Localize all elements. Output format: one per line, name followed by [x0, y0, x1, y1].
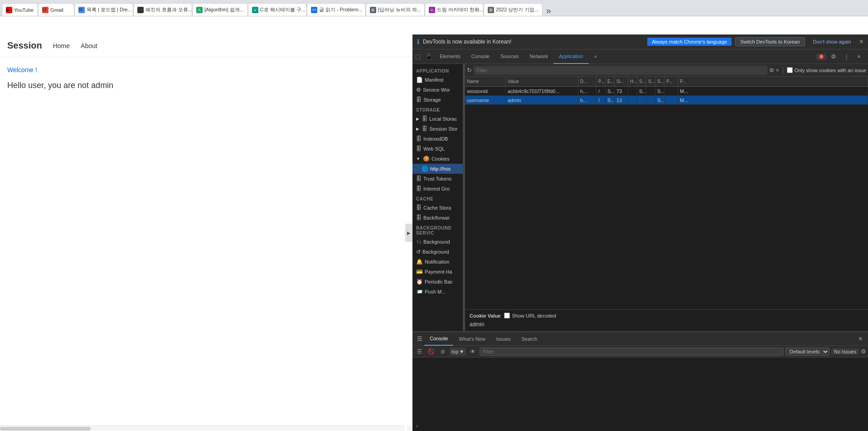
- col-header-http[interactable]: H...: [628, 77, 637, 86]
- tab-network[interactable]: Network: [524, 49, 553, 64]
- sidebar-item-storage-app[interactable]: 🗄 Storage: [412, 95, 463, 105]
- tab-algo[interactable]: A [Algorithm] 쉽게...: [192, 3, 248, 16]
- always-match-language-button[interactable]: Always match Chrome's language: [647, 38, 732, 46]
- console-context-selector[interactable]: top ▼: [450, 348, 466, 356]
- console-clear-button[interactable]: 🚫: [426, 347, 436, 357]
- nav-link-home[interactable]: Home: [53, 42, 70, 49]
- console-issues-badge[interactable]: No Issues: [831, 348, 859, 355]
- refresh-button[interactable]: ↻: [467, 67, 472, 73]
- sidebar-item-session-storage[interactable]: ▶ 🗄 Session Stor: [412, 124, 463, 134]
- show-url-decoded-checkbox[interactable]: [504, 313, 510, 318]
- filter-input[interactable]: [474, 66, 767, 75]
- console-tab-console[interactable]: Console: [424, 332, 453, 346]
- sidebar-item-interest-group[interactable]: 🗄 Interest Gro: [412, 184, 463, 194]
- sidebar-item-cache-storage[interactable]: 🗄 Cache Stora: [412, 203, 463, 213]
- tab-console[interactable]: Console: [466, 49, 495, 64]
- table-row[interactable]: username admin h... / S... 13 S... M...: [465, 96, 868, 105]
- table-row[interactable]: sessionid acbb4c9c701f71f9fd0... h... / …: [465, 87, 868, 96]
- console-eye-button[interactable]: 👁: [468, 347, 478, 357]
- issues-badge[interactable]: 3: [816, 54, 826, 60]
- col-header-domain[interactable]: D...: [578, 77, 596, 86]
- console-stop-button[interactable]: ⊘: [438, 347, 448, 357]
- console-tab-search[interactable]: Search: [516, 332, 543, 346]
- tab-elements[interactable]: Elements: [434, 49, 466, 64]
- col-header-size[interactable]: Si...: [615, 77, 628, 86]
- lang-notification-close[interactable]: ×: [859, 38, 863, 46]
- close-devtools-button[interactable]: ×: [853, 51, 864, 62]
- sidebar-item-local-storage[interactable]: ▶ 🗄 Local Storac: [412, 114, 463, 124]
- col-header-expires[interactable]: E...: [606, 77, 615, 86]
- sidebar-item-payment[interactable]: 💳 Payment Ha: [412, 267, 463, 277]
- tab-dream[interactable]: A 드림 아카데미 한화...: [425, 3, 484, 16]
- tab-youtube[interactable]: ▶ YouTube: [2, 3, 38, 16]
- settings-button[interactable]: ⚙: [828, 51, 839, 62]
- col-header-value[interactable]: Value: [506, 77, 578, 86]
- tab-memo[interactable]: ✉ 목록 | 로드맵 | Dre...: [74, 3, 133, 16]
- switch-devtools-korean-button[interactable]: Switch DevTools to Korean: [735, 37, 805, 46]
- horizontal-scrollbar[interactable]: [0, 426, 404, 431]
- tab-sources[interactable]: Sources: [495, 49, 524, 64]
- cell-expires-1: S...: [606, 96, 615, 104]
- col-header-name[interactable]: Name: [465, 77, 506, 86]
- filter-clear-icon[interactable]: ×: [776, 67, 779, 73]
- console-close-button[interactable]: ×: [855, 335, 866, 343]
- sidebar-item-indexeddb[interactable]: 🗄 IndexedDB: [412, 134, 463, 144]
- only-issues-checkbox[interactable]: [787, 67, 793, 73]
- sidebar-section-cache: Cache: [412, 194, 463, 203]
- col-header-more[interactable]: P...: [678, 77, 868, 86]
- col-header-path[interactable]: P...: [596, 77, 606, 86]
- sidebar-item-http-host[interactable]: 🌐 http://hos: [412, 164, 463, 174]
- tab-application[interactable]: Application: [553, 49, 589, 64]
- sidebar-item-service-worker[interactable]: ⚙ Service Wor: [412, 85, 463, 95]
- more-options-button[interactable]: ⋮: [841, 51, 852, 62]
- cell-path-1: /: [596, 96, 606, 104]
- inspect-element-button[interactable]: ⬚: [412, 51, 423, 62]
- tab-reading[interactable]: </> 글 읽기 - Problem...: [307, 3, 366, 16]
- tab-dlnewbie[interactable]: ⊞ [딥러닝 뉴비의 좌...: [366, 3, 425, 16]
- horizontal-scrollbar-thumb[interactable]: [0, 427, 91, 431]
- page-arrow-right[interactable]: ▶: [405, 224, 412, 242]
- col-header-secure[interactable]: S...: [637, 77, 646, 86]
- tab-gmail[interactable]: M Gmail: [38, 3, 74, 16]
- sidebar-item-cookies[interactable]: ▼ 🍪 Cookies: [412, 154, 463, 164]
- tab-favicon-gmail: M: [42, 7, 48, 13]
- col-header-samesite[interactable]: S...: [646, 77, 655, 86]
- tab-more[interactable]: »: [589, 49, 602, 64]
- sidebar-item-trust-tokens[interactable]: 🗄 Trust Tokens: [412, 174, 463, 184]
- only-issues-checkbox-label[interactable]: Only show cookies with an issue: [787, 67, 866, 73]
- console-settings-icon[interactable]: ⚙: [861, 348, 866, 355]
- sidebar-item-periodic-bg[interactable]: ⏰ Periodic Bac: [412, 277, 463, 287]
- dont-show-again-button[interactable]: Don't show again: [809, 38, 856, 46]
- device-emulation-button[interactable]: 📱: [423, 51, 434, 62]
- page-brand: Session: [7, 40, 42, 51]
- more-tabs-button[interactable]: »: [543, 5, 555, 16]
- tab-packet[interactable]: ▣ 패킷의 흐름과 오류...: [133, 3, 192, 16]
- sidebar-item-bg-sync[interactable]: ↺ Background: [412, 247, 463, 257]
- sidebar-item-notifications[interactable]: 🔔 Notification: [412, 257, 463, 267]
- console-filter-input[interactable]: [480, 348, 784, 356]
- console-input[interactable]: [421, 423, 864, 429]
- console-level-select[interactable]: Default levels: [786, 348, 829, 356]
- cell-domain-1: h...: [578, 96, 596, 104]
- console-tab-whats-new[interactable]: What's New: [453, 332, 490, 346]
- nav-link-about[interactable]: About: [81, 42, 97, 49]
- sidebar-item-push-msg[interactable]: 📨 Push M...: [412, 287, 463, 297]
- console-hamburger-icon[interactable]: ☰: [415, 334, 424, 343]
- console-sidebar-toggle[interactable]: ☰: [414, 347, 424, 357]
- cell-samesite-1: [646, 96, 655, 104]
- console-body: ›: [412, 358, 868, 431]
- col-header-samesite2[interactable]: S...: [655, 77, 664, 86]
- tab-label-memo: 목록 | 로드맵 | Dre...: [87, 6, 132, 13]
- sidebar-item-manifest[interactable]: 📄 Manifest: [412, 75, 463, 85]
- tab-chash[interactable]: V C로 해시테이블 구...: [248, 3, 307, 16]
- console-prompt: ›: [416, 422, 864, 429]
- tab-2022[interactable]: ⊞ 2022 상반기 기업...: [484, 3, 543, 16]
- filter-settings-icon[interactable]: ⚙: [769, 67, 774, 73]
- tab-label-chash: C로 해시테이블 구...: [260, 6, 305, 13]
- show-url-decoded-label[interactable]: Show URL decoded: [504, 313, 556, 318]
- col-header-priority[interactable]: P...: [664, 77, 678, 86]
- sidebar-item-bg-fetch[interactable]: ↑↓ Background: [412, 237, 463, 247]
- console-tab-issues[interactable]: Issues: [491, 332, 516, 346]
- sidebar-item-back-forward[interactable]: 🗄 Back/forwar: [412, 213, 463, 223]
- sidebar-item-web-sql[interactable]: 🗄 Web SQL: [412, 144, 463, 154]
